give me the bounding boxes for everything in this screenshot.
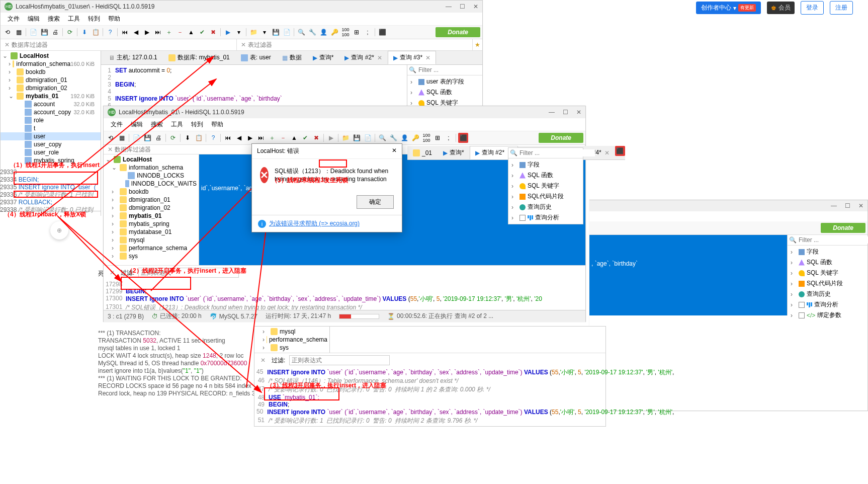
side-item[interactable]: ›user 表的字段 — [407, 76, 482, 87]
help-link[interactable]: 为该错误寻求帮助 (=> ecosia.org) — [269, 219, 360, 228]
sql-editor-3[interactable]: , `age`, `birthday` — [589, 235, 787, 315]
member-button[interactable]: ♚会员 — [767, 2, 795, 14]
close-button[interactable]: ✕ — [858, 202, 863, 209]
tool-icon[interactable]: ▾ — [234, 27, 244, 37]
commit-icon[interactable]: ✔ — [300, 133, 310, 143]
editor-tab[interactable]: 数据库: mybatis_01 — [163, 51, 235, 64]
tree-item[interactable]: ›sys — [104, 252, 199, 260]
side-item[interactable]: ›字段 — [788, 247, 867, 257]
run-icon[interactable]: ▶ — [223, 27, 233, 37]
side-item[interactable]: ›SQL 关键字 — [508, 181, 583, 191]
tool-icon[interactable]: ; — [363, 27, 373, 37]
login-button[interactable]: 登录 — [801, 1, 824, 15]
tool-icon[interactable]: ▲ — [289, 133, 299, 143]
db-filter-input[interactable] — [12, 41, 234, 48]
tree-item[interactable]: ⌄mybatis_01192.0 KiB — [1, 92, 101, 100]
tree-item[interactable]: ›mybatis_01 — [104, 212, 199, 220]
menu-item[interactable]: 编辑 — [128, 119, 146, 130]
tool-icon[interactable]: 📋 — [91, 27, 101, 37]
editor-tab[interactable]: 🖥主机: 127.0.0.1 — [103, 51, 163, 64]
help-icon[interactable]: ? — [208, 133, 218, 143]
close-icon[interactable]: ✕ — [392, 147, 397, 155]
tree-item[interactable]: INNODB_LOCKS — [104, 172, 199, 180]
menu-item[interactable]: 帮助 — [208, 119, 226, 130]
tool-icon[interactable]: 📄 — [28, 27, 38, 37]
menu-item[interactable]: 搜索 — [148, 119, 166, 130]
tool-icon[interactable]: 🔧 — [388, 133, 398, 143]
remove-icon[interactable]: － — [278, 133, 288, 143]
nav-icon[interactable]: ⏮ — [223, 133, 233, 143]
side-item[interactable]: ›SQL 函数 — [508, 170, 583, 181]
add-icon[interactable]: ＋ — [267, 133, 277, 143]
folder-icon[interactable]: 📁 — [340, 133, 351, 143]
tool-icon[interactable]: ⬇ — [183, 133, 193, 143]
cancel-icon[interactable]: ✖ — [208, 27, 218, 37]
nav-first-icon[interactable]: ⏮ — [120, 27, 130, 37]
add-icon[interactable]: ＋ — [164, 27, 174, 37]
menu-item[interactable]: 转到 — [85, 14, 103, 24]
side-item[interactable]: ›查询历史 — [788, 289, 867, 299]
tree-item[interactable]: role — [1, 116, 101, 124]
tree-item[interactable]: ›dbmigration_02 — [1, 84, 101, 92]
commit-icon[interactable]: ✔ — [197, 27, 207, 37]
nav-next-icon[interactable]: ▶ — [142, 27, 152, 37]
side-item[interactable]: ›SQL代码片段 — [508, 191, 583, 202]
editor-tab[interactable]: _01 — [407, 146, 438, 159]
tool-icon[interactable]: ▲ — [186, 27, 196, 37]
editor-tab[interactable]: ▶查询 #2*✕ — [339, 51, 387, 64]
editor-tab[interactable]: ▶查询 #3*✕ — [388, 51, 436, 64]
clear-icon[interactable]: ✕ — [239, 41, 248, 48]
stop-icon[interactable]: ⬛ — [377, 27, 387, 37]
side-item[interactable]: ›查询分析 — [508, 212, 583, 223]
clear-icon[interactable]: ✕ — [106, 146, 115, 153]
side-filter-input[interactable] — [799, 236, 868, 244]
maximize-button[interactable]: ☐ — [460, 3, 465, 10]
menu-item[interactable]: 工具 — [65, 14, 83, 24]
tool-icon[interactable]: 👤 — [318, 27, 328, 37]
editor-tab[interactable]: ▶查询* — [438, 146, 470, 159]
tool-icon[interactable]: ⬇ — [79, 27, 90, 37]
tree-item[interactable]: t — [1, 124, 101, 132]
tree-item[interactable]: ⌄information_schema — [104, 164, 199, 172]
tree-item[interactable]: user — [1, 132, 101, 140]
tree-item[interactable]: INNODB_LOCK_WAITS — [104, 180, 199, 188]
tree-item[interactable]: ›dbmigration_02 — [104, 204, 199, 212]
help-icon[interactable]: ? — [105, 27, 115, 37]
editor-tab[interactable]: ▦数据 — [277, 51, 307, 64]
tool-icon[interactable]: 💾 — [142, 133, 152, 143]
side-item[interactable]: ›查询分析 — [788, 299, 867, 310]
menu-item[interactable]: 文件 — [5, 14, 23, 24]
tool-icon[interactable]: 🖨 — [50, 27, 60, 37]
tree-item[interactable]: ›information_schema160.0 KiB — [1, 60, 101, 68]
tool-icon[interactable]: ▦ — [117, 133, 127, 143]
refresh-icon[interactable]: ⟳ — [168, 133, 178, 143]
refresh-icon[interactable]: ⟳ — [65, 27, 75, 37]
tree-item[interactable]: user_copy — [1, 140, 101, 148]
regex-filter-input[interactable] — [289, 355, 390, 365]
tool-icon[interactable]: 100100 — [340, 27, 351, 37]
tool-icon[interactable]: 100100 — [421, 133, 431, 143]
tool-icon[interactable]: 🖨 — [153, 133, 163, 143]
remove-icon[interactable]: － — [175, 27, 185, 37]
tool-icon[interactable]: 🔑 — [329, 27, 339, 37]
cancel-icon[interactable]: ✖ — [311, 133, 321, 143]
regex-filter-input[interactable] — [138, 268, 239, 278]
minimize-button[interactable]: — — [446, 3, 452, 10]
side-item[interactable]: ›SQL 函数 — [407, 87, 482, 98]
save-icon[interactable]: 💾 — [271, 27, 281, 37]
tool-icon[interactable]: ▾ — [259, 27, 270, 37]
creator-center-button[interactable]: 创作者中心▾有更新 — [696, 2, 761, 14]
nav-prev-icon[interactable]: ◀ — [131, 27, 141, 37]
floating-action-button[interactable]: ⊕ — [50, 221, 68, 239]
editor-tab[interactable]: ▶查询* — [307, 51, 339, 64]
tool-icon[interactable]: 💾 — [39, 27, 49, 37]
table-filter-input[interactable] — [248, 41, 471, 48]
menu-item[interactable]: 搜索 — [45, 14, 63, 24]
tool-icon[interactable]: 📄 — [131, 133, 141, 143]
tree-item[interactable]: ›dbmigration_01 — [1, 76, 101, 84]
tool-icon[interactable]: ⟲ — [3, 27, 13, 37]
side-item[interactable]: ›SQL代码片段 — [788, 278, 867, 289]
clear-icon[interactable]: ✕ — [258, 357, 268, 364]
tool-icon[interactable]: ⟲ — [106, 133, 116, 143]
close-button[interactable]: ✕ — [473, 3, 478, 10]
